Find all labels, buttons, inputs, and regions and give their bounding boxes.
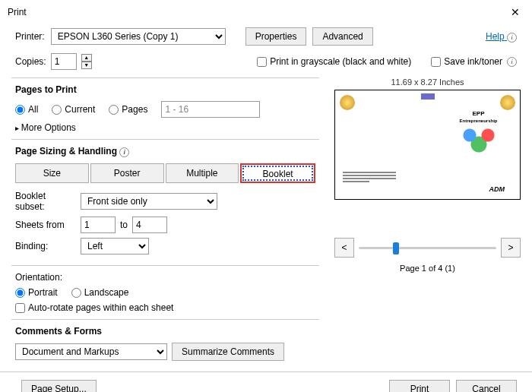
pages-title: Pages to Print bbox=[15, 84, 315, 95]
preview-doc-title: EPP bbox=[446, 110, 511, 117]
preview-graphic bbox=[456, 126, 502, 156]
portrait-radio[interactable]: Portrait bbox=[15, 287, 58, 298]
page-setup-button[interactable]: Page Setup... bbox=[21, 380, 97, 392]
save-ink-checkbox[interactable]: Save ink/toner bbox=[431, 56, 502, 67]
help-link[interactable]: Help i bbox=[486, 31, 517, 43]
spinner-down-icon[interactable]: ▼ bbox=[81, 62, 92, 69]
subset-select[interactable]: Front side only bbox=[81, 193, 217, 210]
preview-dimensions: 11.69 x 8.27 Inches bbox=[334, 77, 521, 87]
preview-doc-subtitle: Entrepreneurship bbox=[446, 119, 511, 123]
seal-icon bbox=[500, 95, 515, 110]
size-button[interactable]: Size bbox=[15, 163, 89, 183]
preview-pane: 11.69 x 8.27 Inches EPP Entrepreneurship… bbox=[327, 77, 521, 371]
preview-text-lines bbox=[343, 170, 396, 184]
properties-button[interactable]: Properties bbox=[245, 27, 307, 46]
binding-label: Binding: bbox=[15, 241, 76, 251]
printer-select[interactable]: EPSON L360 Series (Copy 1) bbox=[51, 28, 226, 45]
seal-icon bbox=[340, 95, 355, 110]
to-label: to bbox=[120, 220, 128, 230]
multiple-button[interactable]: Multiple bbox=[166, 163, 239, 183]
sizing-section: Page Sizing & Handling i Size Poster Mul… bbox=[11, 139, 319, 265]
subset-label: Booklet subset: bbox=[15, 191, 76, 212]
zoom-slider[interactable] bbox=[359, 240, 496, 255]
pages-range-input[interactable] bbox=[161, 101, 260, 118]
booklet-button[interactable]: Booklet bbox=[240, 163, 315, 183]
sheets-from-label: Sheets from bbox=[15, 220, 76, 230]
print-button[interactable]: Print bbox=[389, 380, 450, 392]
orientation-title: Orientation: bbox=[15, 272, 315, 283]
more-options-toggle[interactable]: More Options bbox=[15, 122, 315, 133]
help-icon: i bbox=[507, 33, 517, 43]
comments-section: Comments & Forms Document and Markups Su… bbox=[11, 319, 319, 371]
pages-range-radio[interactable]: Pages bbox=[109, 104, 147, 115]
pages-to-print-section: Pages to Print All Current Pages More Op… bbox=[11, 77, 319, 139]
copies-label: Copies: bbox=[15, 56, 46, 67]
copies-input[interactable] bbox=[51, 53, 77, 70]
close-icon[interactable]: ✕ bbox=[506, 5, 524, 20]
comments-select[interactable]: Document and Markups bbox=[15, 343, 167, 360]
summarize-button[interactable]: Summarize Comments bbox=[172, 343, 284, 361]
cancel-button[interactable]: Cancel bbox=[456, 380, 517, 392]
preview-adm: ADM bbox=[489, 185, 505, 193]
window-title: Print bbox=[8, 7, 27, 17]
orientation-section: Orientation: Portrait Landscape Auto-rot… bbox=[11, 265, 319, 319]
sheets-to-input[interactable] bbox=[132, 217, 167, 233]
footer: Page Setup... Print Cancel bbox=[0, 371, 532, 392]
comments-title: Comments & Forms bbox=[15, 326, 315, 337]
grayscale-checkbox[interactable]: Print in grayscale (black and white) bbox=[257, 56, 411, 67]
copies-row: Copies: ▲ ▼ Print in grayscale (black an… bbox=[0, 50, 532, 77]
poster-button[interactable]: Poster bbox=[90, 163, 164, 183]
advanced-button[interactable]: Advanced bbox=[312, 27, 372, 46]
title-bar: Print ✕ bbox=[0, 0, 532, 23]
info-icon[interactable]: i bbox=[507, 57, 517, 67]
binding-select[interactable]: Left bbox=[81, 238, 149, 254]
preview-box: EPP Entrepreneurship ADM bbox=[334, 90, 521, 200]
sizing-title: Page Sizing & Handling i bbox=[15, 146, 315, 157]
info-icon[interactable]: i bbox=[119, 147, 129, 157]
spinner-up-icon[interactable]: ▲ bbox=[81, 54, 92, 62]
pages-current-radio[interactable]: Current bbox=[52, 104, 95, 115]
next-page-button[interactable]: > bbox=[501, 238, 521, 258]
slider-thumb[interactable] bbox=[393, 242, 399, 254]
copies-spinner[interactable]: ▲ ▼ bbox=[81, 54, 92, 69]
auto-rotate-checkbox[interactable]: Auto-rotate pages within each sheet bbox=[15, 302, 315, 313]
printer-label: Printer: bbox=[15, 31, 45, 42]
printer-row: Printer: EPSON L360 Series (Copy 1) Prop… bbox=[0, 23, 532, 50]
prev-page-button[interactable]: < bbox=[334, 238, 354, 258]
staple-icon bbox=[421, 93, 435, 100]
page-info: Page 1 of 4 (1) bbox=[334, 264, 521, 273]
landscape-radio[interactable]: Landscape bbox=[71, 287, 129, 298]
pages-all-radio[interactable]: All bbox=[15, 104, 38, 115]
sheets-from-input[interactable] bbox=[81, 217, 116, 233]
